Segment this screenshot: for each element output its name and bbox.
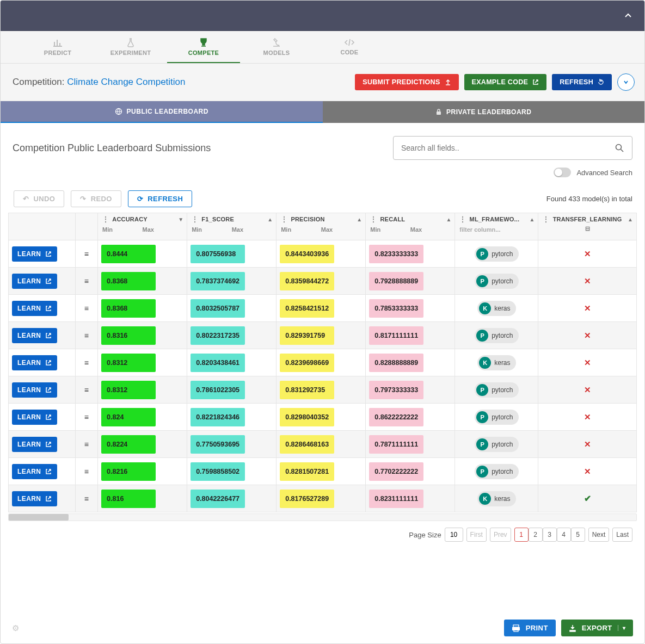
accuracy-value: 0.8368 (101, 272, 156, 290)
drag-handle-icon[interactable]: ⋮ (459, 215, 466, 223)
framework-chip[interactable]: Ppytorch (475, 382, 518, 398)
row-menu-icon[interactable]: ≡ (79, 331, 95, 340)
row-menu-icon[interactable]: ≡ (79, 440, 95, 449)
column-f1[interactable]: ⋮F1_SCORE MinMax ▲ (187, 213, 277, 240)
sort-asc-icon[interactable]: ▲ (357, 216, 362, 222)
framework-name: keras (494, 305, 510, 312)
framework-chip[interactable]: Ppytorch (475, 274, 518, 289)
learn-button[interactable]: LEARN (12, 464, 57, 479)
learn-button[interactable]: LEARN (12, 437, 57, 452)
row-menu-icon[interactable]: ≡ (79, 386, 95, 394)
search-input[interactable] (401, 144, 615, 152)
drag-handle-icon[interactable]: ⋮ (370, 215, 377, 223)
page-5-button[interactable]: 5 (571, 528, 585, 542)
chart-bar-icon (52, 38, 63, 47)
page-size-input[interactable] (445, 528, 463, 542)
submit-predictions-button[interactable]: SUBMIT PREDICTIONS (355, 74, 458, 90)
scrollbar-thumb[interactable] (9, 514, 69, 521)
f1-value: 0.7750593695 (191, 435, 245, 454)
framework-chip[interactable]: Ppytorch (475, 437, 518, 452)
framework-chip[interactable]: Kkeras (477, 301, 515, 316)
tab-code[interactable]: CODE (313, 31, 386, 63)
public-leaderboard-tab[interactable]: PUBLIC LEADERBOARD (1, 101, 323, 123)
learn-button[interactable]: LEARN (12, 355, 57, 370)
footer: ⚙ PRINT EXPORT ▾ (0, 613, 645, 644)
learn-button[interactable]: LEARN (12, 301, 57, 316)
sort-desc-icon[interactable]: ▼ (178, 216, 183, 222)
example-code-button[interactable]: EXAMPLE CODE (464, 74, 547, 90)
search-icon[interactable] (615, 143, 624, 153)
tab-predict[interactable]: PREDICT (21, 31, 94, 63)
button-label: REFRESH (148, 195, 183, 203)
row-menu-icon[interactable]: ≡ (79, 413, 95, 422)
tab-compete[interactable]: COMPETE (167, 31, 240, 63)
column-transfer-learning[interactable]: ⋮TRANSFER_LEARNING ⊟ ▲ (538, 213, 637, 240)
print-button[interactable]: PRINT (504, 620, 556, 636)
row-menu-icon[interactable]: ≡ (79, 358, 95, 367)
framework-avatar: P (476, 384, 488, 396)
learn-button[interactable]: LEARN (12, 246, 57, 262)
column-accuracy[interactable]: ⋮ACCURACY MinMax ▼ (98, 213, 187, 240)
button-label: EXPORT (582, 624, 612, 632)
tab-label: PRIVATE LEADERBOARD (446, 108, 531, 116)
learn-button[interactable]: LEARN (12, 274, 57, 289)
framework-chip[interactable]: Ppytorch (475, 464, 518, 479)
refresh-button[interactable]: REFRESH (552, 74, 612, 90)
recall-value: 0.7928888889 (369, 272, 423, 290)
sort-asc-icon[interactable]: ▲ (530, 216, 535, 222)
export-button[interactable]: EXPORT ▾ (561, 620, 633, 636)
row-menu-icon[interactable]: ≡ (79, 467, 95, 476)
collapse-header-button[interactable] (621, 8, 636, 23)
framework-name: pytorch (492, 277, 513, 285)
horizontal-scrollbar[interactable] (8, 513, 637, 521)
competition-prefix: Competition: (13, 77, 67, 87)
drag-handle-icon[interactable]: ⋮ (543, 215, 549, 223)
page-1-button[interactable]: 1 (514, 528, 529, 542)
learn-button[interactable]: LEARN (12, 410, 57, 425)
drag-handle-icon[interactable]: ⋮ (192, 215, 198, 223)
framework-chip[interactable]: Ppytorch (475, 410, 518, 425)
competition-link[interactable]: Climate Change Competition (67, 77, 185, 87)
undo-button[interactable]: ↶UNDO (14, 190, 64, 207)
column-label: ML_FRAMEWO... (470, 216, 520, 222)
framework-chip[interactable]: Kkeras (477, 491, 515, 506)
column-framework[interactable]: ⋮ML_FRAMEWO... filter column... ▲ (455, 213, 538, 240)
sort-asc-icon[interactable]: ▲ (446, 216, 451, 222)
drag-handle-icon[interactable]: ⋮ (102, 215, 109, 223)
expand-actions-button[interactable] (617, 73, 635, 91)
last-page-button[interactable]: Last (612, 528, 632, 542)
tab-models[interactable]: MODELS (240, 31, 313, 63)
column-recall[interactable]: ⋮RECALL MinMax ▲ (366, 213, 455, 240)
column-precision[interactable]: ⋮PRECISION MinMax ▲ (277, 213, 366, 240)
first-page-button[interactable]: First (466, 528, 487, 542)
x-icon: ✕ (542, 412, 633, 422)
private-leaderboard-tab[interactable]: PRIVATE LEADERBOARD (323, 101, 645, 123)
advanced-search-toggle[interactable] (554, 168, 571, 177)
sort-asc-icon[interactable]: ▲ (628, 216, 633, 222)
redo-button[interactable]: ↷REDO (71, 190, 121, 207)
framework-chip[interactable]: Ppytorch (475, 246, 518, 262)
row-menu-icon[interactable]: ≡ (79, 494, 95, 503)
settings-gear-icon[interactable]: ⚙ (12, 623, 19, 633)
framework-chip[interactable]: Ppytorch (475, 328, 518, 343)
filter-placeholder[interactable]: filter column... (459, 226, 533, 233)
page-3-button[interactable]: 3 (543, 528, 557, 542)
learn-button[interactable]: LEARN (12, 491, 57, 506)
learn-button[interactable]: LEARN (12, 382, 57, 398)
page-4-button[interactable]: 4 (557, 528, 571, 542)
sort-asc-icon[interactable]: ▲ (267, 216, 273, 222)
row-menu-icon[interactable]: ≡ (79, 250, 95, 258)
prev-page-button[interactable]: Prev (490, 528, 511, 542)
framework-name: keras (494, 359, 510, 367)
page-2-button[interactable]: 2 (529, 528, 543, 542)
learn-button[interactable]: LEARN (12, 328, 57, 343)
x-icon: ✕ (542, 276, 633, 286)
row-menu-icon[interactable]: ≡ (79, 304, 95, 313)
drag-handle-icon[interactable]: ⋮ (281, 215, 287, 223)
row-menu-icon[interactable]: ≡ (79, 277, 95, 286)
framework-chip[interactable]: Kkeras (477, 355, 515, 370)
next-page-button[interactable]: Next (588, 528, 610, 542)
indeterminate-checkbox-icon[interactable]: ⊟ (543, 225, 632, 232)
tab-experiment[interactable]: EXPERIMENT (94, 31, 167, 63)
table-refresh-button[interactable]: ⟳REFRESH (128, 190, 192, 207)
